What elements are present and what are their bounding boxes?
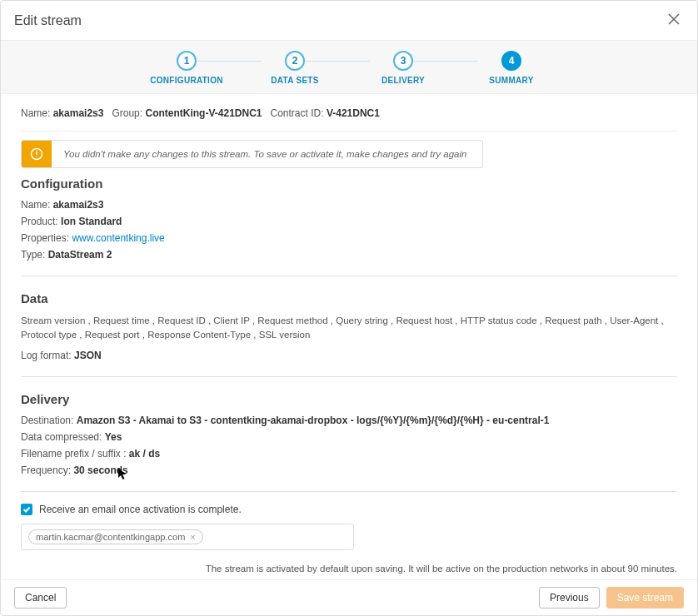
section-configuration-title: Configuration [21, 176, 677, 191]
remove-tag-icon[interactable]: × [190, 532, 195, 542]
config-type: Type: DataStream 2 [21, 249, 677, 261]
email-notify-row[interactable]: Receive an email once activation is comp… [21, 504, 677, 515]
modal-content: Name: akamai2s3 Group: ContentKing-V-421… [1, 94, 697, 579]
section-data-title: Data [21, 291, 677, 306]
cancel-button[interactable]: Cancel [14, 587, 67, 609]
step-label: SUMMARY [489, 76, 533, 85]
edit-stream-modal: Edit stream 1 CONFIGURATION 2 DATA SETS … [0, 0, 698, 616]
step-number: 1 [177, 51, 197, 71]
modal-header: Edit stream [1, 1, 697, 40]
delivery-compressed: Data compressed: Yes [21, 431, 677, 443]
no-changes-alert: You didn't make any changes to this stre… [21, 140, 483, 168]
close-icon [667, 12, 681, 26]
log-format: Log format: JSON [21, 350, 677, 361]
data-fields-list: Stream version , Request time , Request … [21, 314, 677, 343]
activation-note: The stream is activated by default upon … [21, 564, 677, 574]
step-configuration[interactable]: 1 CONFIGURATION [153, 51, 220, 85]
delivery-destination: Destination: Amazon S3 - Akamai to S3 - … [21, 415, 677, 426]
svg-point-2 [36, 156, 37, 157]
close-button[interactable] [664, 9, 684, 32]
step-label: DATA SETS [271, 76, 319, 85]
modal-footer: Cancel Previous Save stream [1, 579, 697, 615]
config-product: Product: Ion Standard [21, 216, 677, 227]
alert-message: You didn't make any changes to this stre… [52, 141, 478, 167]
stream-meta: Name: akamai2s3 Group: ContentKing-V-421… [21, 107, 677, 119]
delivery-frequency: Frequency: 30 seconds [21, 464, 677, 476]
step-number: 3 [393, 51, 413, 71]
step-number: 2 [285, 51, 305, 71]
step-number: 4 [501, 51, 521, 71]
email-notify-checkbox[interactable] [21, 504, 32, 515]
step-label: CONFIGURATION [150, 76, 223, 85]
email-notify-label: Receive an email once activation is comp… [39, 504, 242, 515]
previous-button[interactable]: Previous [539, 587, 600, 609]
step-summary[interactable]: 4 SUMMARY [478, 51, 545, 85]
config-properties: Properties: www.contentking.live [21, 232, 677, 244]
stepper: 1 CONFIGURATION 2 DATA SETS 3 DELIVERY 4… [1, 40, 697, 94]
warning-icon [22, 141, 52, 167]
email-recipients-input[interactable]: martin.kacmar@contentkingapp.com × [21, 524, 354, 550]
section-delivery-title: Delivery [21, 392, 677, 406]
step-delivery[interactable]: 3 DELIVERY [370, 51, 436, 85]
config-name: Name: akamai2s3 [21, 199, 677, 211]
properties-link[interactable]: www.contentking.live [72, 232, 164, 244]
step-label: DELIVERY [381, 76, 425, 85]
modal-title: Edit stream [14, 13, 82, 28]
save-stream-button[interactable]: Save stream [606, 587, 684, 609]
check-icon [22, 505, 31, 514]
email-tag: martin.kacmar@contentkingapp.com × [28, 529, 203, 544]
delivery-filename: Filename prefix / suffix : ak / ds [21, 448, 677, 460]
step-datasets[interactable]: 2 DATA SETS [262, 51, 328, 85]
